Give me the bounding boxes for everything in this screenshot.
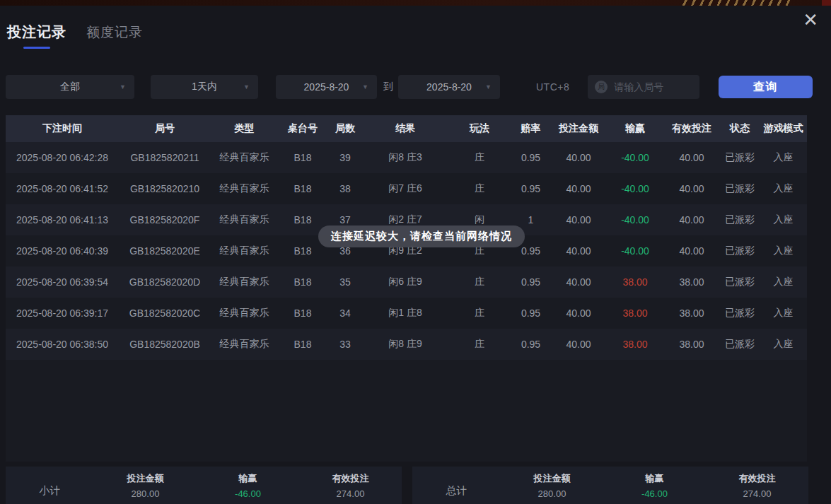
modal-header: 投注记录 额度记录 ✕ bbox=[0, 6, 831, 57]
cell-result: 闲6 庄9 bbox=[363, 276, 448, 288]
game-number-search-box[interactable]: 局 bbox=[588, 75, 699, 99]
game-number-input[interactable] bbox=[612, 81, 693, 93]
cell-odds: 1 bbox=[511, 214, 550, 225]
subtotal-card: 小计 投注金额 280.00 输赢 -46.00 有效投注 274.00 bbox=[6, 467, 402, 504]
cell-result: 闲2 庄7 bbox=[363, 213, 448, 226]
cell-valid-bet: 40.00 bbox=[663, 183, 720, 194]
cell-bet-amount: 40.00 bbox=[550, 276, 607, 288]
cell-winloss: -40.00 bbox=[607, 183, 663, 194]
chevron-down-icon: ▼ bbox=[485, 83, 492, 90]
cell-odds: 0.95 bbox=[511, 245, 550, 257]
date-to-select[interactable]: 2025-8-20 ▼ bbox=[398, 75, 500, 99]
chevron-down-icon: ▼ bbox=[243, 83, 250, 90]
cell-bet-time: 2025-08-20 06:40:39 bbox=[6, 245, 119, 257]
cell-game-no: GB182582020B bbox=[119, 339, 211, 350]
cell-valid-bet: 40.00 bbox=[663, 152, 720, 163]
cell-winloss: -40.00 bbox=[607, 214, 663, 225]
cell-result: 闲7 庄6 bbox=[363, 182, 448, 195]
tab-bet-records-label: 投注记录 bbox=[7, 23, 66, 42]
cell-game-mode: 入座 bbox=[760, 182, 807, 195]
bet-type-select-value: 全部 bbox=[60, 81, 80, 93]
col-header-table-no: 桌台号 bbox=[278, 122, 327, 135]
chevron-down-icon: ▼ bbox=[362, 83, 368, 90]
table-header-row: 下注时间 局号 类型 桌台号 局数 结果 玩法 赔率 投注金额 输赢 有效投注 … bbox=[6, 115, 807, 142]
cell-valid-bet: 38.00 bbox=[663, 307, 720, 319]
cell-type: 经典百家乐 bbox=[211, 213, 278, 226]
cell-result: 闲1 庄8 bbox=[363, 307, 448, 320]
cell-bet-amount: 40.00 bbox=[550, 152, 607, 163]
cell-type: 经典百家乐 bbox=[211, 151, 278, 164]
query-button[interactable]: 查询 bbox=[719, 76, 813, 98]
cell-play: 庄 bbox=[448, 338, 511, 351]
col-header-winloss: 输赢 bbox=[607, 122, 663, 135]
background-game-strip bbox=[0, 0, 831, 6]
cell-valid-bet: 38.00 bbox=[663, 276, 720, 288]
active-tab-underline bbox=[23, 47, 50, 49]
cell-round: 37 bbox=[327, 214, 363, 225]
table-row: 2025-08-20 06:39:54 GB182582020D 经典百家乐 B… bbox=[6, 266, 807, 298]
cell-valid-bet: 40.00 bbox=[663, 214, 720, 225]
game-number-icon: 局 bbox=[595, 81, 608, 93]
cell-odds: 0.95 bbox=[511, 183, 550, 194]
cell-play: 庄 bbox=[448, 151, 511, 164]
date-to-value: 2025-8-20 bbox=[426, 81, 472, 93]
cell-bet-amount: 40.00 bbox=[550, 214, 607, 225]
decorative-gold-pattern bbox=[681, 0, 794, 6]
bet-type-select[interactable]: 全部 ▼ bbox=[6, 75, 134, 99]
cell-winloss: 38.00 bbox=[607, 339, 663, 350]
cell-type: 经典百家乐 bbox=[211, 307, 278, 320]
col-header-status: 状态 bbox=[720, 122, 760, 135]
subtotal-bet-amount: 投注金额 280.00 bbox=[94, 472, 197, 504]
cell-table-no: B18 bbox=[278, 276, 327, 288]
cell-status: 已派彩 bbox=[720, 338, 760, 351]
close-icon[interactable]: ✕ bbox=[803, 11, 818, 29]
tab-quota-records[interactable]: 额度记录 bbox=[86, 23, 143, 49]
cell-game-mode: 入座 bbox=[760, 307, 807, 320]
cell-game-mode: 入座 bbox=[760, 245, 807, 257]
table-row: 2025-08-20 06:41:52 GB1825820210 经典百家乐 B… bbox=[6, 173, 807, 204]
cell-odds: 0.95 bbox=[511, 276, 550, 288]
tab-bar: 投注记录 额度记录 bbox=[7, 23, 831, 49]
cell-play: 闲 bbox=[448, 213, 511, 226]
cell-result: 闲8 庄9 bbox=[363, 338, 448, 351]
cell-game-no: GB182582020F bbox=[119, 214, 211, 225]
cell-bet-time: 2025-08-20 06:39:17 bbox=[6, 307, 119, 319]
cell-status: 已派彩 bbox=[720, 307, 760, 320]
bet-records-table: 下注时间 局号 类型 桌台号 局数 结果 玩法 赔率 投注金额 输赢 有效投注 … bbox=[6, 115, 807, 462]
decorative-corner bbox=[822, 0, 831, 6]
cell-table-no: B18 bbox=[278, 245, 327, 257]
cell-game-no: GB1825820211 bbox=[119, 152, 211, 163]
date-from-value: 2025-8-20 bbox=[304, 81, 349, 93]
cell-game-mode: 入座 bbox=[760, 151, 807, 164]
cell-play: 庄 bbox=[448, 307, 511, 320]
cell-valid-bet: 38.00 bbox=[663, 339, 720, 350]
subtotal-winloss: 输赢 -46.00 bbox=[197, 472, 299, 504]
timezone-label: UTC+8 bbox=[536, 81, 569, 93]
cell-round: 39 bbox=[327, 152, 363, 163]
chevron-down-icon: ▼ bbox=[120, 83, 126, 90]
cell-bet-time: 2025-08-20 06:41:52 bbox=[6, 183, 119, 194]
col-header-valid-bet: 有效投注 bbox=[663, 122, 720, 135]
table-body: 2025-08-20 06:42:28 GB1825820211 经典百家乐 B… bbox=[6, 142, 807, 462]
cell-bet-amount: 40.00 bbox=[550, 307, 607, 319]
table-row: 2025-08-20 06:39:17 GB182582020C 经典百家乐 B… bbox=[6, 298, 807, 329]
tab-bet-records[interactable]: 投注记录 bbox=[7, 23, 66, 49]
cell-type: 经典百家乐 bbox=[211, 276, 278, 288]
date-range-select[interactable]: 1天内 ▼ bbox=[151, 75, 258, 99]
total-bet-amount: 投注金额 280.00 bbox=[501, 472, 603, 504]
cell-table-no: B18 bbox=[278, 307, 327, 319]
cell-round: 38 bbox=[327, 183, 363, 194]
cell-bet-amount: 40.00 bbox=[550, 183, 607, 194]
total-winloss: 输赢 -46.00 bbox=[603, 472, 706, 504]
total-valid-bet: 有效投注 274.00 bbox=[706, 472, 808, 504]
date-range-select-value: 1天内 bbox=[192, 81, 217, 93]
cell-game-no: GB182582020D bbox=[119, 276, 211, 288]
to-label: 到 bbox=[383, 81, 393, 93]
cell-table-no: B18 bbox=[278, 152, 327, 163]
col-header-bet-time: 下注时间 bbox=[6, 122, 119, 135]
cell-game-no: GB1825820210 bbox=[119, 183, 211, 194]
table-row: 2025-08-20 06:38:50 GB182582020B 经典百家乐 B… bbox=[6, 329, 807, 360]
cell-round: 35 bbox=[327, 276, 363, 288]
date-from-select[interactable]: 2025-8-20 ▼ bbox=[276, 75, 377, 99]
cell-bet-amount: 40.00 bbox=[550, 245, 607, 257]
